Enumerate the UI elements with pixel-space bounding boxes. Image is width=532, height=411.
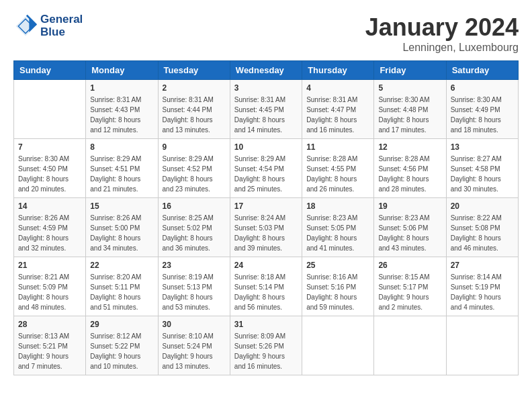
- calendar-cell: [446, 316, 518, 375]
- calendar-week-row: 14Sunrise: 8:26 AM Sunset: 4:59 PM Dayli…: [14, 198, 519, 257]
- day-info: Sunrise: 8:30 AM Sunset: 4:50 PM Dayligh…: [18, 154, 81, 194]
- calendar-cell: 28Sunrise: 8:13 AM Sunset: 5:21 PM Dayli…: [14, 316, 86, 375]
- calendar-cell: 29Sunrise: 8:12 AM Sunset: 5:22 PM Dayli…: [86, 316, 158, 375]
- calendar-cell: 5Sunrise: 8:30 AM Sunset: 4:48 PM Daylig…: [374, 80, 446, 139]
- day-number: 15: [90, 201, 153, 211]
- day-info: Sunrise: 8:23 AM Sunset: 5:06 PM Dayligh…: [378, 213, 441, 253]
- day-number: 7: [18, 142, 81, 152]
- day-info: Sunrise: 8:09 AM Sunset: 5:26 PM Dayligh…: [234, 331, 298, 371]
- calendar-cell: 10Sunrise: 8:29 AM Sunset: 4:54 PM Dayli…: [230, 139, 302, 198]
- day-info: Sunrise: 8:28 AM Sunset: 4:56 PM Dayligh…: [378, 154, 441, 194]
- calendar-week-row: 1Sunrise: 8:31 AM Sunset: 4:43 PM Daylig…: [14, 80, 519, 139]
- calendar-cell: 12Sunrise: 8:28 AM Sunset: 4:56 PM Dayli…: [374, 139, 446, 198]
- day-number: 31: [234, 320, 298, 329]
- location: Lenningen, Luxembourg: [365, 42, 519, 54]
- logo-line1: General: [40, 13, 83, 26]
- weekday-header: Sunday: [14, 61, 86, 80]
- calendar-cell: 22Sunrise: 8:20 AM Sunset: 5:11 PM Dayli…: [86, 257, 158, 316]
- day-info: Sunrise: 8:18 AM Sunset: 5:14 PM Dayligh…: [234, 272, 298, 312]
- logo: General Blue: [13, 13, 83, 38]
- calendar-header-row: SundayMondayTuesdayWednesdayThursdayFrid…: [14, 61, 519, 80]
- day-info: Sunrise: 8:31 AM Sunset: 4:44 PM Dayligh…: [163, 95, 226, 135]
- calendar-body: 1Sunrise: 8:31 AM Sunset: 4:43 PM Daylig…: [14, 80, 519, 375]
- calendar-cell: 19Sunrise: 8:23 AM Sunset: 5:06 PM Dayli…: [374, 198, 446, 257]
- weekday-header: Wednesday: [230, 61, 302, 80]
- day-info: Sunrise: 8:31 AM Sunset: 4:47 PM Dayligh…: [306, 95, 369, 135]
- day-info: Sunrise: 8:30 AM Sunset: 4:49 PM Dayligh…: [451, 95, 514, 135]
- calendar-cell: 17Sunrise: 8:24 AM Sunset: 5:03 PM Dayli…: [230, 198, 302, 257]
- svg-marker-2: [29, 17, 36, 32]
- day-number: 18: [306, 201, 369, 211]
- day-info: Sunrise: 8:13 AM Sunset: 5:21 PM Dayligh…: [18, 331, 81, 371]
- day-number: 20: [451, 201, 514, 211]
- calendar-table: SundayMondayTuesdayWednesdayThursdayFrid…: [13, 60, 519, 375]
- calendar-cell: 1Sunrise: 8:31 AM Sunset: 4:43 PM Daylig…: [86, 80, 158, 139]
- calendar-cell: 23Sunrise: 8:19 AM Sunset: 5:13 PM Dayli…: [158, 257, 230, 316]
- calendar-week-row: 7Sunrise: 8:30 AM Sunset: 4:50 PM Daylig…: [14, 139, 519, 198]
- calendar-cell: [14, 80, 86, 139]
- calendar-cell: 2Sunrise: 8:31 AM Sunset: 4:44 PM Daylig…: [158, 80, 230, 139]
- day-number: 28: [18, 320, 81, 329]
- day-info: Sunrise: 8:31 AM Sunset: 4:45 PM Dayligh…: [234, 95, 298, 135]
- day-info: Sunrise: 8:28 AM Sunset: 4:55 PM Dayligh…: [306, 154, 369, 194]
- day-number: 11: [306, 142, 369, 152]
- day-info: Sunrise: 8:24 AM Sunset: 5:03 PM Dayligh…: [234, 213, 298, 253]
- weekday-header: Tuesday: [158, 61, 230, 80]
- calendar-cell: 9Sunrise: 8:29 AM Sunset: 4:52 PM Daylig…: [158, 139, 230, 198]
- day-number: 27: [451, 261, 514, 270]
- calendar-cell: 27Sunrise: 8:14 AM Sunset: 5:19 PM Dayli…: [446, 257, 518, 316]
- day-info: Sunrise: 8:29 AM Sunset: 4:52 PM Dayligh…: [163, 154, 226, 194]
- day-info: Sunrise: 8:30 AM Sunset: 4:48 PM Dayligh…: [378, 95, 441, 135]
- day-info: Sunrise: 8:27 AM Sunset: 4:58 PM Dayligh…: [451, 154, 514, 194]
- title-block: January 2024 Lenningen, Luxembourg: [365, 13, 519, 54]
- day-number: 21: [18, 261, 81, 270]
- day-info: Sunrise: 8:20 AM Sunset: 5:11 PM Dayligh…: [90, 272, 153, 312]
- day-info: Sunrise: 8:31 AM Sunset: 4:43 PM Dayligh…: [90, 95, 153, 135]
- calendar-cell: 8Sunrise: 8:29 AM Sunset: 4:51 PM Daylig…: [86, 139, 158, 198]
- calendar-cell: 26Sunrise: 8:15 AM Sunset: 5:17 PM Dayli…: [374, 257, 446, 316]
- day-number: 6: [451, 83, 514, 93]
- day-number: 24: [234, 261, 298, 270]
- calendar-cell: 30Sunrise: 8:10 AM Sunset: 5:24 PM Dayli…: [158, 316, 230, 375]
- calendar-cell: 31Sunrise: 8:09 AM Sunset: 5:26 PM Dayli…: [230, 316, 302, 375]
- calendar-cell: 6Sunrise: 8:30 AM Sunset: 4:49 PM Daylig…: [446, 80, 518, 139]
- logo-line2: Blue: [40, 26, 83, 39]
- calendar-cell: 21Sunrise: 8:21 AM Sunset: 5:09 PM Dayli…: [14, 257, 86, 316]
- day-number: 23: [163, 261, 226, 270]
- day-number: 3: [234, 83, 298, 93]
- day-number: 25: [306, 261, 369, 270]
- month-title: January 2024: [365, 13, 519, 42]
- calendar-cell: 4Sunrise: 8:31 AM Sunset: 4:47 PM Daylig…: [302, 80, 374, 139]
- logo-icon: [13, 14, 38, 38]
- day-number: 19: [378, 201, 441, 211]
- day-number: 14: [18, 201, 81, 211]
- day-number: 30: [163, 320, 226, 329]
- day-number: 16: [163, 201, 226, 211]
- calendar-week-row: 21Sunrise: 8:21 AM Sunset: 5:09 PM Dayli…: [14, 257, 519, 316]
- calendar-cell: 18Sunrise: 8:23 AM Sunset: 5:05 PM Dayli…: [302, 198, 374, 257]
- day-info: Sunrise: 8:22 AM Sunset: 5:08 PM Dayligh…: [451, 213, 514, 253]
- day-number: 4: [306, 83, 369, 93]
- day-number: 2: [163, 83, 226, 93]
- day-number: 17: [234, 201, 298, 211]
- calendar-week-row: 28Sunrise: 8:13 AM Sunset: 5:21 PM Dayli…: [14, 316, 519, 375]
- day-number: 1: [90, 83, 153, 93]
- weekday-header: Thursday: [302, 61, 374, 80]
- calendar-cell: 14Sunrise: 8:26 AM Sunset: 4:59 PM Dayli…: [14, 198, 86, 257]
- day-info: Sunrise: 8:29 AM Sunset: 4:51 PM Dayligh…: [90, 154, 153, 194]
- day-info: Sunrise: 8:23 AM Sunset: 5:05 PM Dayligh…: [306, 213, 369, 253]
- day-info: Sunrise: 8:10 AM Sunset: 5:24 PM Dayligh…: [163, 331, 226, 371]
- day-info: Sunrise: 8:14 AM Sunset: 5:19 PM Dayligh…: [451, 272, 514, 312]
- day-info: Sunrise: 8:26 AM Sunset: 5:00 PM Dayligh…: [90, 213, 153, 253]
- day-info: Sunrise: 8:19 AM Sunset: 5:13 PM Dayligh…: [163, 272, 226, 312]
- day-number: 12: [378, 142, 441, 152]
- day-number: 5: [378, 83, 441, 93]
- day-info: Sunrise: 8:21 AM Sunset: 5:09 PM Dayligh…: [18, 272, 81, 312]
- calendar-cell: 15Sunrise: 8:26 AM Sunset: 5:00 PM Dayli…: [86, 198, 158, 257]
- day-number: 9: [163, 142, 226, 152]
- calendar-cell: 3Sunrise: 8:31 AM Sunset: 4:45 PM Daylig…: [230, 80, 302, 139]
- calendar-cell: 25Sunrise: 8:16 AM Sunset: 5:16 PM Dayli…: [302, 257, 374, 316]
- weekday-header: Saturday: [446, 61, 518, 80]
- day-number: 22: [90, 261, 153, 270]
- calendar-cell: 20Sunrise: 8:22 AM Sunset: 5:08 PM Dayli…: [446, 198, 518, 257]
